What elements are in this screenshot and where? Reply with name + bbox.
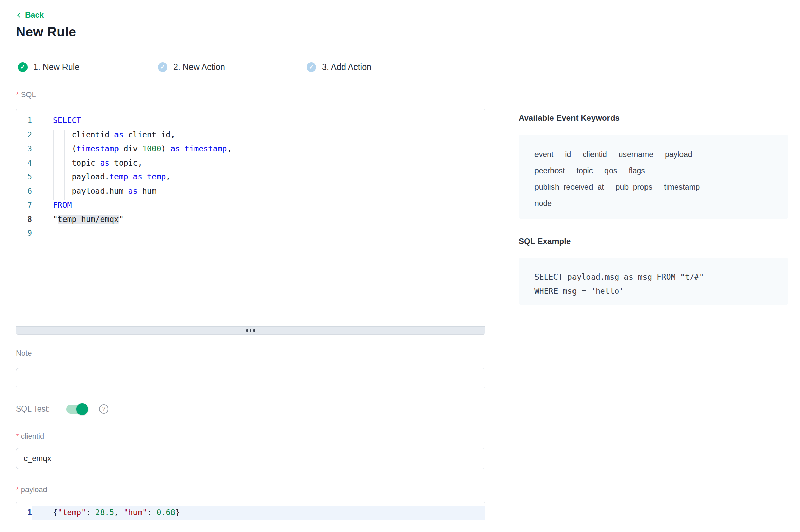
code-text: topic as topic,	[51, 156, 142, 170]
event-keyword: qos	[604, 166, 617, 175]
line-number: 4	[16, 156, 32, 170]
code-text: "temp_hum/emqx"	[51, 212, 124, 227]
keyword-row: eventidclientidusernamepayload	[534, 146, 775, 163]
sql-code-area[interactable]: 1SELECT2 clientid as client_id,3 (timest…	[16, 109, 485, 327]
editor-resize-handle[interactable]	[16, 326, 485, 334]
code-line: 2 clientid as client_id,	[16, 128, 485, 142]
keyword-row: node	[534, 195, 775, 211]
clientid-field-label: clientid	[16, 432, 44, 441]
page-title: New Rule	[16, 24, 76, 39]
code-text: payload.temp as temp,	[51, 170, 170, 184]
code-line: 8"temp_hum/emqx"	[16, 212, 485, 227]
line-number: 3	[16, 142, 32, 156]
clientid-input[interactable]: c_emqx	[16, 448, 485, 469]
code-line: 9	[16, 226, 485, 241]
event-keyword: clientid	[583, 150, 607, 159]
event-keyword: flags	[629, 166, 645, 175]
step-label: 2. New Action	[173, 62, 225, 72]
check-circle-icon: ✓	[18, 62, 28, 72]
line-number: 9	[16, 226, 32, 241]
keywords-list: eventidclientidusernamepayloadpeerhostto…	[519, 135, 788, 211]
code-line: 3 (timestamp div 1000) as timestamp,	[16, 142, 485, 156]
event-keyword: payload	[665, 150, 692, 159]
sql-test-toggle[interactable]	[66, 405, 88, 414]
code-text: FROM	[51, 198, 72, 212]
line-number: 1	[16, 114, 32, 128]
back-label: Back	[25, 11, 44, 20]
note-input[interactable]	[16, 368, 485, 388]
code-text: payload.hum as hum	[51, 184, 157, 198]
check-circle-icon: ✓	[158, 62, 167, 72]
sql-example-panel: SELECT payload.msg as msg FROM "t/#" WHE…	[519, 258, 788, 305]
line-number: 5	[16, 170, 32, 184]
payload-field-label: payload	[16, 485, 47, 494]
event-keyword: id	[565, 150, 571, 159]
code-text: clientid as client_id,	[51, 128, 175, 142]
line-number: 2	[16, 128, 32, 142]
event-keyword: publish_received_at	[534, 183, 604, 191]
event-keyword: node	[534, 199, 552, 208]
indent-guide	[53, 130, 54, 200]
toggle-knob	[76, 403, 88, 415]
code-text: (timestamp div 1000) as timestamp,	[51, 142, 232, 156]
step-label: 1. New Rule	[33, 62, 79, 72]
chevron-left-icon	[17, 13, 23, 18]
stepper-step-1[interactable]: ✓ 1. New Rule	[18, 62, 79, 72]
sql-test-label: SQL Test:	[16, 404, 50, 414]
payload-editor: 1{"temp": 28.5, "hum": 0.68}	[16, 502, 485, 532]
drag-dots-icon	[246, 329, 248, 332]
stepper-step-2[interactable]: ✓ 2. New Action	[158, 62, 225, 72]
payload-code-area[interactable]: 1{"temp": 28.5, "hum": 0.68}	[16, 502, 485, 532]
note-field-label: Note	[16, 349, 32, 358]
line-number: 8	[16, 212, 32, 227]
help-icon[interactable]: ?	[99, 404, 108, 414]
sql-example-code: SELECT payload.msg as msg FROM "t/#" WHE…	[519, 258, 788, 298]
code-line: 1{"temp": 28.5, "hum": 0.68}	[16, 506, 485, 520]
code-text: SELECT	[51, 114, 81, 128]
code-line: 6 payload.hum as hum	[16, 184, 485, 198]
check-circle-icon: ✓	[307, 62, 316, 72]
event-keyword: peerhost	[534, 166, 565, 175]
code-line: 5 payload.temp as temp,	[16, 170, 485, 184]
event-keyword: username	[619, 150, 653, 159]
keywords-heading: Available Event Keywords	[519, 113, 620, 123]
keyword-row: publish_received_atpub_propstimestamp	[534, 179, 775, 195]
event-keyword: pub_props	[616, 183, 653, 191]
stepper-connector	[240, 66, 301, 67]
keyword-row: peerhosttopicqosflags	[534, 163, 775, 179]
code-line: 7FROM	[16, 198, 485, 212]
event-keyword: event	[534, 150, 553, 159]
line-number: 1	[16, 506, 32, 520]
back-link[interactable]: Back	[18, 11, 44, 20]
step-label: 3. Add Action	[322, 62, 371, 72]
stepper-connector	[90, 66, 150, 67]
line-number: 7	[16, 198, 32, 212]
indent-guide	[64, 130, 65, 200]
event-keyword: topic	[577, 166, 593, 175]
code-line: 4 topic as topic,	[16, 156, 485, 170]
event-keyword: timestamp	[664, 183, 700, 191]
code-line: 1SELECT	[16, 114, 485, 128]
code-text: {"temp": 28.5, "hum": 0.68}	[32, 506, 485, 520]
keywords-panel: eventidclientidusernamepayloadpeerhostto…	[519, 135, 788, 219]
sql-editor: 1SELECT2 clientid as client_id,3 (timest…	[16, 109, 485, 335]
sql-example-heading: SQL Example	[519, 236, 571, 246]
stepper-step-3[interactable]: ✓ 3. Add Action	[307, 62, 371, 72]
line-number: 6	[16, 184, 32, 198]
sql-field-label: SQL	[16, 90, 36, 99]
code-text	[51, 226, 53, 241]
